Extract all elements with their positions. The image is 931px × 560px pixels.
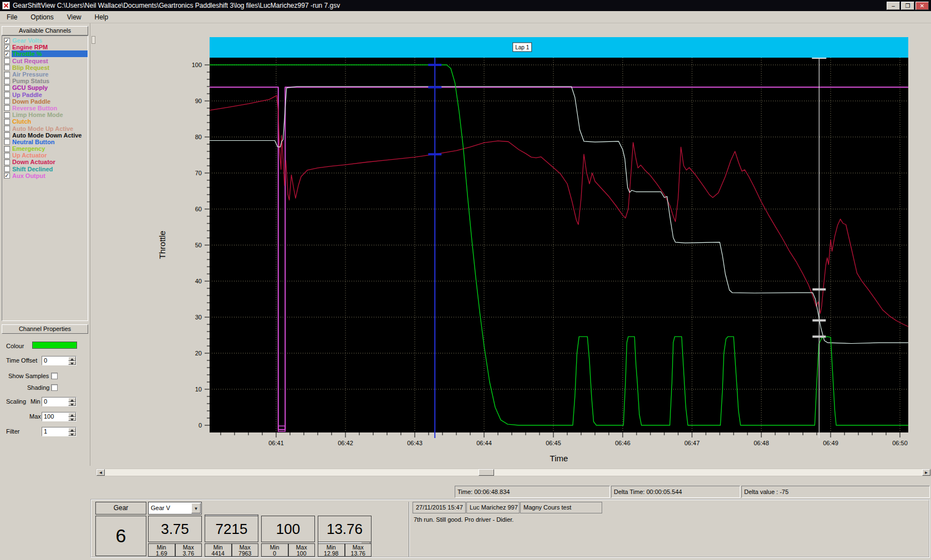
channel-item[interactable]: Down Paddle <box>2 98 88 105</box>
channel-label: Cut Request <box>12 58 48 64</box>
channel-label-wrap: Air Pressure <box>12 71 88 78</box>
channel-properties-panel: Colour Time Offset 0 Show Samples Shadin… <box>2 334 88 438</box>
spinner-up-icon[interactable] <box>68 357 76 361</box>
scroll-left-icon[interactable]: ◄ <box>96 469 105 476</box>
channel-item[interactable]: ✓Gear Volts <box>2 37 88 44</box>
spinner-down-icon[interactable] <box>68 417 76 421</box>
channel-label: Down Paddle <box>12 98 50 105</box>
channel-checkbox[interactable] <box>4 139 10 145</box>
horizontal-scrollbar[interactable]: ◄ ► <box>96 469 931 476</box>
spinner-down-icon[interactable] <box>68 432 76 436</box>
spinner-up-icon[interactable] <box>68 398 76 402</box>
channel-checkbox[interactable]: ✓ <box>4 44 10 50</box>
channel-item[interactable]: Neutral Button <box>2 139 88 145</box>
channel-checkbox[interactable]: ✓ <box>4 38 10 44</box>
channel-item[interactable]: Auto Mode Up Active <box>2 125 88 131</box>
spinner-up-icon[interactable] <box>68 427 76 432</box>
channel-checkbox[interactable] <box>4 98 10 104</box>
channel-item[interactable]: Up Actuator <box>2 152 88 159</box>
channel-checkbox[interactable] <box>4 125 10 131</box>
channel-checkbox[interactable] <box>4 72 10 78</box>
spinner-down-icon[interactable] <box>68 402 76 406</box>
channel-checkbox[interactable] <box>4 85 10 91</box>
channel-checkbox[interactable] <box>4 58 10 64</box>
channel-value-text: 13.76 <box>327 521 363 538</box>
channel-item[interactable]: Reverse Button <box>2 105 88 111</box>
scrollbar-thumb[interactable] <box>479 469 494 476</box>
show-samples-checkbox[interactable] <box>51 373 58 379</box>
channel-checkbox[interactable] <box>4 132 10 138</box>
maximize-button[interactable]: ❐ <box>901 2 914 10</box>
channel-big-value: 3.75 <box>148 516 202 542</box>
channel-checkbox[interactable] <box>4 119 10 125</box>
channel-checkbox[interactable] <box>4 166 10 172</box>
telemetry-chart[interactable]: Lap 106:4106:4206:4306:4406:4506:4606:47… <box>96 23 931 469</box>
scroll-right-icon[interactable]: ► <box>922 469 930 476</box>
menu-item-file[interactable]: File <box>0 12 24 23</box>
minmax-value: 3.76 <box>176 551 202 557</box>
minmax-value: 13.76 <box>345 551 372 557</box>
time-offset-input[interactable]: 0 <box>42 356 77 365</box>
channel-checkbox[interactable] <box>4 112 10 118</box>
channel-label-wrap: Shift Declined <box>12 166 88 172</box>
channel-checkbox[interactable] <box>4 146 10 152</box>
channel-item[interactable]: ✓Throttle % <box>2 50 88 57</box>
channel-checkbox[interactable] <box>4 152 10 159</box>
channel-label: GCU Supply <box>12 84 48 91</box>
channel-item[interactable]: Auto Mode Down Active <box>2 132 88 139</box>
menu-item-help[interactable]: Help <box>88 12 115 23</box>
channel-checkbox[interactable] <box>4 78 10 84</box>
bottom-panel: Gear 6 Gear V▼3.75Min1.69Max3.76RPM▼7215… <box>90 499 930 558</box>
scaling-max-input[interactable]: 100 <box>42 412 77 421</box>
channel-item[interactable]: ✓Aux Output <box>2 172 88 179</box>
minimize-button[interactable]: – <box>887 2 900 10</box>
channel-item[interactable]: Cut Request <box>2 58 88 64</box>
channel-label-wrap: Up Paddle <box>12 91 88 98</box>
channel-checkbox[interactable] <box>4 159 10 165</box>
channel-label-wrap: Pump Status <box>12 78 88 84</box>
filter-input[interactable]: 1 <box>42 427 77 436</box>
channel-checkbox[interactable] <box>4 64 10 70</box>
channel-item[interactable]: GCU Supply <box>2 84 88 91</box>
channel-item[interactable]: Emergency <box>2 145 88 152</box>
channel-max-cell: Max13.76 <box>345 543 372 557</box>
channel-item[interactable]: Blip Request <box>2 64 88 71</box>
x-tick-label: 06:44 <box>476 440 492 446</box>
y-tick-label: 30 <box>195 314 202 320</box>
scaling-min-input[interactable]: 0 <box>42 397 77 406</box>
channel-checkbox[interactable] <box>4 91 10 98</box>
channel-item[interactable]: Shift Declined <box>2 166 88 172</box>
channel-min-cell: Min0 <box>261 543 288 557</box>
minmax-value: 7963 <box>232 551 258 557</box>
splitter-grip[interactable] <box>91 36 95 44</box>
session-venue: Magny Cours test <box>520 502 602 513</box>
channel-item[interactable]: Limp Home Mode <box>2 111 88 118</box>
channel-label: Reverse Button <box>12 105 57 111</box>
channel-label: Auto Mode Down Active <box>12 132 82 139</box>
channel-item[interactable]: Clutch <box>2 118 88 125</box>
app-icon <box>2 2 10 9</box>
channel-checkbox[interactable]: ✓ <box>4 51 10 57</box>
channel-selector-0[interactable]: Gear V▼ <box>148 502 202 515</box>
channel-item[interactable]: Pump Status <box>2 78 88 84</box>
y-tick-label: 70 <box>195 170 202 176</box>
channel-item[interactable]: ✓Engine RPM <box>2 44 88 50</box>
y-tick-label: 0 <box>199 422 202 429</box>
menu-item-options[interactable]: Options <box>24 12 60 23</box>
menu-item-view[interactable]: View <box>60 12 88 23</box>
sidebar-splitter[interactable] <box>90 23 96 466</box>
channel-label: Gear Volts <box>12 37 42 44</box>
spinner-up-icon[interactable] <box>68 413 76 417</box>
channel-label-wrap: Auto Mode Down Active <box>12 132 88 139</box>
shading-checkbox[interactable] <box>51 384 58 391</box>
chevron-down-icon[interactable]: ▼ <box>191 503 201 513</box>
channel-checkbox[interactable] <box>4 105 10 111</box>
channel-item[interactable]: Down Actuator <box>2 159 88 165</box>
spinner-down-icon[interactable] <box>68 361 76 365</box>
colour-swatch[interactable] <box>32 342 77 349</box>
close-button[interactable]: ✕ <box>915 2 929 10</box>
channel-item[interactable]: Up Paddle <box>2 91 88 98</box>
plot-area[interactable] <box>210 37 908 432</box>
channel-item[interactable]: Air Pressure <box>2 71 88 78</box>
channel-checkbox[interactable]: ✓ <box>4 172 10 179</box>
